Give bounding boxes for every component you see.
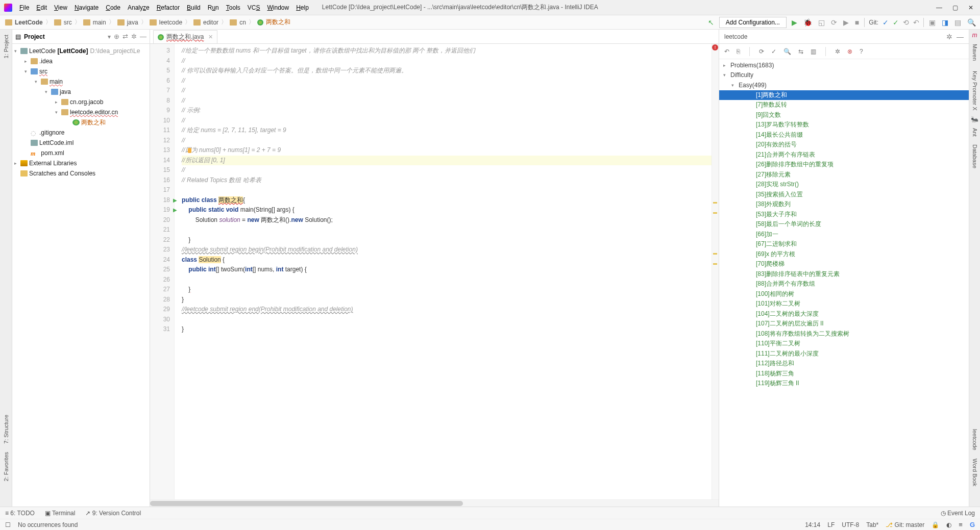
problem-item[interactable]: [27]移除元素 bbox=[719, 170, 969, 180]
problem-item[interactable]: [104]二叉树的最大深度 bbox=[719, 309, 969, 319]
tab-wordbook[interactable]: Word Book bbox=[971, 456, 979, 489]
debug-icon[interactable]: 🐞 bbox=[802, 18, 813, 27]
tab-kpx[interactable]: Key Promoter X bbox=[971, 68, 979, 114]
run-icon[interactable]: ▶ bbox=[791, 18, 798, 27]
tree-scratch[interactable]: Scratches and Consoles bbox=[29, 170, 95, 177]
translate2-icon[interactable]: G bbox=[970, 521, 975, 528]
tree-pkg2[interactable]: leetcode.editor.cn bbox=[70, 109, 118, 116]
problem-item[interactable]: [1]两数之和 bbox=[719, 90, 969, 100]
search-everywhere-icon[interactable]: 🔍 bbox=[966, 18, 977, 27]
problem-item[interactable]: [38]外观数列 bbox=[719, 199, 969, 210]
error-stripe[interactable]: ! bbox=[712, 44, 719, 499]
menu-refactor[interactable]: Refactor bbox=[154, 2, 183, 13]
problem-item[interactable]: [13]罗马数字转整数 bbox=[719, 120, 969, 130]
tab-todo[interactable]: ≡ 6: TODO bbox=[5, 510, 35, 517]
git-commit-icon[interactable]: ✓ bbox=[893, 18, 899, 27]
problem-tree[interactable]: ▸Problems(1683) ▾Difficulty ▾Easy(499) [… bbox=[719, 59, 969, 507]
problem-item[interactable]: [20]有效的括号 bbox=[719, 140, 969, 150]
crumb-1[interactable]: src bbox=[64, 19, 72, 26]
menu-file[interactable]: File bbox=[16, 2, 32, 13]
error-indicator-icon[interactable]: ! bbox=[712, 44, 718, 51]
run-config-dropdown[interactable]: Add Configuration... bbox=[719, 17, 787, 28]
problem-item[interactable]: [108]将有序数组转换为二叉搜索树 bbox=[719, 329, 969, 339]
bookmark-icon[interactable] bbox=[188, 148, 191, 153]
git-revert-icon[interactable]: ↶ bbox=[913, 18, 919, 27]
menu-tools[interactable]: Tools bbox=[223, 2, 243, 13]
tree-pom[interactable]: pom.xml bbox=[41, 149, 64, 157]
expand-icon[interactable]: ⇄ bbox=[122, 33, 128, 40]
tree-src[interactable]: src bbox=[39, 68, 47, 75]
code-editor[interactable]: //给定一个整数数组 nums 和一个目标值 target，请你在该数组中找出和… bbox=[175, 44, 712, 499]
tab-vcs[interactable]: ↗ 9: Version Control bbox=[85, 510, 141, 517]
close-icon[interactable]: ✕ bbox=[968, 4, 973, 11]
menu-run[interactable]: Run bbox=[205, 2, 222, 13]
layout-icon[interactable]: ▤ bbox=[953, 18, 962, 27]
lock-icon[interactable]: 🔒 bbox=[932, 521, 939, 528]
crumb-7[interactable]: 两数之和 bbox=[266, 18, 290, 27]
tab-project[interactable]: 1: Project bbox=[2, 32, 10, 61]
status-indent[interactable]: Tab* bbox=[866, 521, 878, 528]
menu-help[interactable]: Help bbox=[293, 2, 312, 13]
problem-item[interactable]: [119]杨辉三角 II bbox=[719, 378, 969, 389]
tree-main[interactable]: main bbox=[50, 78, 63, 85]
problem-item[interactable]: [28]实现 strStr() bbox=[719, 180, 969, 190]
problem-item[interactable]: [112]路径总和 bbox=[719, 359, 969, 369]
refresh-icon[interactable]: ⟳ bbox=[759, 48, 764, 55]
tab-close-icon[interactable]: ✕ bbox=[208, 34, 213, 40]
tree-java[interactable]: java bbox=[60, 88, 71, 95]
problem-item[interactable]: [70]爬楼梯 bbox=[719, 259, 969, 269]
crumb-2[interactable]: main bbox=[93, 19, 106, 26]
project-view-icon[interactable]: ▤ bbox=[15, 33, 21, 40]
problem-item[interactable]: [101]对称二叉树 bbox=[719, 299, 969, 309]
profile-icon[interactable]: ⟳ bbox=[830, 18, 838, 27]
hide-icon[interactable]: — bbox=[140, 33, 146, 40]
login-icon[interactable]: ↶ bbox=[724, 48, 729, 55]
problem-item[interactable]: [58]最后一个单词的长度 bbox=[719, 219, 969, 230]
project-tree[interactable]: ▾LeetCode [LettCode]D:\Idea_project\Le ▸… bbox=[12, 44, 150, 507]
problem-item[interactable]: [83]删除排序链表中的重复元素 bbox=[719, 269, 969, 280]
tab-favorites[interactable]: 2: Favorites bbox=[2, 449, 10, 484]
event-log[interactable]: ◷ Event Log bbox=[941, 510, 975, 517]
menu-code[interactable]: Code bbox=[103, 2, 124, 13]
tree-pkg1[interactable]: cn.org.jacob bbox=[70, 98, 103, 106]
status-icon[interactable]: ☐ bbox=[5, 521, 11, 528]
git-update-icon[interactable]: ✓ bbox=[883, 18, 889, 27]
git-history-icon[interactable]: ⟲ bbox=[903, 18, 909, 27]
menu-vcs[interactable]: VCS bbox=[244, 2, 263, 13]
problems-node[interactable]: Problems(1683) bbox=[730, 62, 774, 69]
status-caret[interactable]: 14:14 bbox=[805, 521, 820, 528]
stop-icon[interactable]: ■ bbox=[854, 18, 860, 27]
tab-maven[interactable]: Maven bbox=[971, 41, 979, 64]
status-git[interactable]: ⎇ Git: master bbox=[886, 521, 924, 528]
stack-icon[interactable]: ≡ bbox=[959, 521, 963, 528]
settings-icon[interactable]: ✲ bbox=[131, 33, 137, 40]
problem-item[interactable]: [100]相同的树 bbox=[719, 289, 969, 299]
problem-item[interactable]: [67]二进制求和 bbox=[719, 239, 969, 249]
menu-build[interactable]: Build bbox=[184, 2, 204, 13]
easy-node[interactable]: Easy(499) bbox=[739, 82, 767, 89]
hide-panel-icon[interactable]: — bbox=[957, 33, 964, 41]
tree-file1[interactable]: 两数之和 bbox=[81, 118, 106, 127]
menu-navigate[interactable]: Navigate bbox=[71, 2, 102, 13]
clear-icon[interactable]: ⊗ bbox=[847, 48, 852, 55]
tree-iml[interactable]: LettCode.iml bbox=[39, 139, 74, 146]
problem-item[interactable]: [66]加一 bbox=[719, 230, 969, 240]
chart-icon[interactable]: ▥ bbox=[811, 48, 816, 55]
project-title[interactable]: Project bbox=[24, 33, 105, 40]
tab-ant[interactable]: Ant bbox=[971, 125, 979, 140]
menu-view[interactable]: View bbox=[51, 2, 70, 13]
tab-leetcode[interactable]: leetcode bbox=[971, 426, 979, 453]
problem-item[interactable]: [9]回文数 bbox=[719, 110, 969, 120]
crumb-3[interactable]: java bbox=[127, 19, 138, 26]
tree-extlib[interactable]: External Libraries bbox=[29, 160, 77, 167]
crumb-4[interactable]: leetcode bbox=[159, 19, 182, 26]
attach-icon[interactable]: ▶ bbox=[842, 18, 850, 27]
help-icon[interactable]: ? bbox=[860, 48, 863, 55]
tab-terminal[interactable]: ▣ Terminal bbox=[45, 510, 75, 517]
tree-root[interactable]: LeetCode bbox=[29, 47, 56, 55]
problem-item[interactable]: [69]x 的平方根 bbox=[719, 249, 969, 260]
status-encoding[interactable]: UTF-8 bbox=[842, 521, 859, 528]
maximize-icon[interactable]: ▢ bbox=[952, 4, 958, 11]
editor-hscrollbar[interactable] bbox=[150, 499, 719, 507]
crumb-5[interactable]: editor bbox=[203, 19, 218, 26]
